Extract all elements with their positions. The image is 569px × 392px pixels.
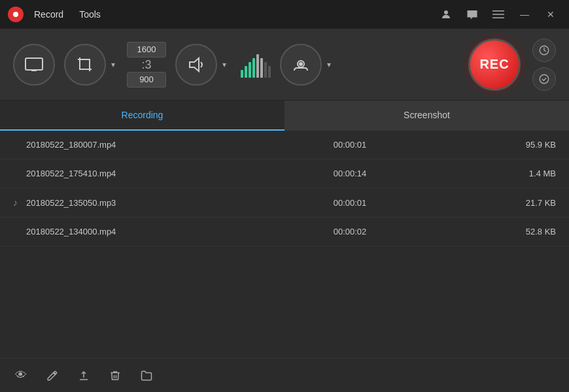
- file-type-icon: ♪: [13, 197, 26, 208]
- crop-button[interactable]: [64, 44, 106, 86]
- main-content: Recording Screenshot 20180522_180007.mp4…: [0, 101, 569, 392]
- rec-button[interactable]: REC: [468, 39, 521, 91]
- user-icon[interactable]: [436, 4, 457, 25]
- audio-group: ▾: [175, 44, 229, 86]
- toolbar: ▾ :3 ▾: [0, 29, 569, 101]
- table-row[interactable]: 20180522_134000.mp4 00:00:02 52.8 KB: [0, 218, 569, 246]
- menu-record[interactable]: Record: [29, 7, 69, 22]
- open-folder-button[interactable]: [136, 365, 157, 386]
- tab-screenshot[interactable]: Screenshot: [284, 101, 569, 131]
- svg-point-0: [444, 10, 448, 14]
- crop-group: ▾: [64, 44, 118, 86]
- svg-rect-1: [492, 10, 504, 12]
- menu-icon[interactable]: [488, 4, 509, 25]
- file-name: 20180522_175410.mp4: [26, 169, 262, 178]
- menu-tools[interactable]: Tools: [74, 7, 106, 22]
- webcam-button[interactable]: [280, 44, 322, 86]
- file-list: 20180522_180007.mp4 00:00:01 95.9 KB 201…: [0, 131, 569, 358]
- export-button[interactable]: [73, 365, 94, 386]
- file-duration: 00:00:01: [262, 198, 438, 208]
- width-input[interactable]: [127, 42, 166, 57]
- svg-rect-4: [26, 58, 43, 70]
- file-duration: 00:00:02: [262, 227, 438, 237]
- audio-button[interactable]: [175, 44, 217, 86]
- file-size: 52.8 KB: [438, 227, 556, 237]
- task-button[interactable]: [532, 67, 556, 91]
- file-name: 20180522_134000.mp4: [26, 227, 262, 237]
- file-name: 20180522_180007.mp4: [26, 140, 262, 150]
- toolbar-extras: [532, 39, 556, 91]
- table-row[interactable]: 20180522_175410.mp4 00:00:14 1.4 MB: [0, 159, 569, 188]
- close-button[interactable]: ✕: [540, 4, 561, 25]
- preview-button[interactable]: 👁: [10, 365, 31, 386]
- title-bar: Record Tools — ✕: [0, 0, 569, 29]
- crop-dropdown[interactable]: ▾: [109, 57, 118, 72]
- resolution-area: :3: [127, 42, 166, 88]
- webcam-group: ▾: [280, 44, 334, 86]
- tabs: Recording Screenshot: [0, 101, 569, 131]
- file-duration: 00:00:14: [262, 169, 438, 178]
- screen-capture-button[interactable]: [13, 44, 55, 86]
- bottom-bar: 👁: [0, 358, 569, 392]
- chat-icon[interactable]: [462, 4, 483, 25]
- table-row[interactable]: 20180522_180007.mp4 00:00:01 95.9 KB: [0, 131, 569, 159]
- rec-label: REC: [479, 57, 509, 72]
- table-row[interactable]: ♪ 20180522_135050.mp3 00:00:01 21.7 KB: [0, 188, 569, 218]
- res-divider: :3: [141, 59, 151, 71]
- height-input[interactable]: [127, 72, 166, 88]
- audio-dropdown[interactable]: ▾: [220, 57, 229, 72]
- svg-rect-3: [492, 18, 504, 19]
- rename-button[interactable]: [42, 365, 63, 386]
- volume-bars: [241, 52, 271, 78]
- svg-rect-2: [492, 14, 504, 15]
- tab-recording[interactable]: Recording: [0, 101, 284, 131]
- file-duration: 00:00:01: [262, 140, 438, 150]
- minimize-button[interactable]: —: [514, 4, 535, 25]
- schedule-button[interactable]: [532, 39, 556, 62]
- file-size: 1.4 MB: [438, 169, 556, 178]
- app-logo: [8, 7, 24, 22]
- file-size: 95.9 KB: [438, 140, 556, 150]
- delete-button[interactable]: [105, 365, 126, 386]
- file-name: 20180522_135050.mp3: [26, 198, 262, 208]
- file-size: 21.7 KB: [438, 198, 556, 208]
- svg-point-9: [300, 63, 302, 65]
- svg-point-11: [540, 74, 549, 84]
- svg-marker-7: [190, 58, 199, 71]
- webcam-dropdown[interactable]: ▾: [324, 57, 334, 72]
